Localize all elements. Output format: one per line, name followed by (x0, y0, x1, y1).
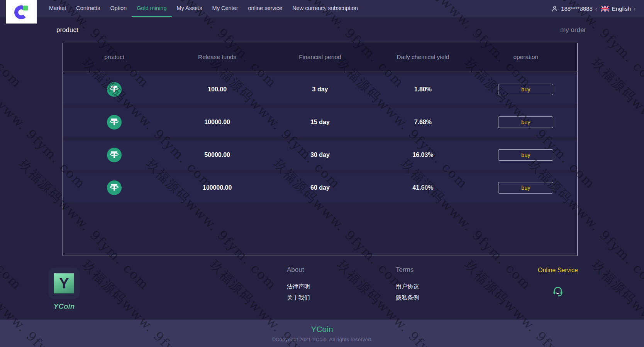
terms-heading: Terms (396, 266, 419, 274)
footer-brand: YCoin (48, 302, 80, 311)
col-release-funds: Release funds (166, 54, 268, 61)
language-selector[interactable]: English ‹ (601, 5, 636, 12)
user-phone: 188****8888 (561, 5, 593, 12)
link-about-us[interactable]: 关于我们 (287, 294, 310, 302)
app: Market Contracts Option Gold mining My A… (0, 0, 644, 347)
nav-right: 188****8888 ‹ English ‹ (551, 0, 636, 17)
tab-my-order[interactable]: my order (560, 26, 586, 34)
financial-period-value: 3 day (312, 86, 328, 93)
table-row: 100000.00 60 day 41.60% buy (63, 173, 577, 202)
user-icon (551, 5, 558, 12)
buy-button[interactable]: buy (498, 116, 553, 128)
site-logo[interactable] (6, 0, 37, 24)
link-privacy-policy[interactable]: 隐私条例 (396, 294, 419, 302)
product-table: product Release funds Financial period D… (63, 43, 578, 256)
release-funds-value: 100000.00 (203, 184, 232, 191)
footer-terms-column: Terms 用户协议 隐私条例 (396, 266, 419, 305)
col-operation: operation (475, 54, 577, 61)
col-daily-yield: Daily chemical yield (371, 54, 474, 61)
daily-yield-value: 41.60% (412, 184, 433, 191)
buy-button[interactable]: buy (498, 84, 553, 95)
uk-flag-icon (601, 6, 609, 12)
tab-product[interactable]: product (56, 26, 78, 34)
ycoin-logo-icon: Y (54, 273, 74, 293)
financial-period-value: 60 day (310, 184, 330, 191)
table-row: 50000.00 30 day 16.03% buy (63, 140, 577, 170)
usdt-icon (107, 148, 122, 162)
user-account-menu[interactable]: 188****8888 ‹ (551, 5, 597, 12)
release-funds-value: 10000.00 (204, 119, 230, 126)
language-label: English (612, 5, 631, 12)
usdt-icon (107, 115, 122, 130)
page-head: product my order (0, 17, 644, 43)
financial-period-value: 15 day (310, 119, 330, 126)
brand-c-icon (13, 3, 30, 20)
daily-yield-value: 1.80% (414, 86, 432, 93)
col-product: product (63, 54, 166, 61)
footer-logo: Y (48, 268, 80, 299)
release-funds-value: 50000.00 (204, 152, 230, 158)
chevron-icon: ‹ (595, 5, 597, 12)
top-nav: Market Contracts Option Gold mining My A… (0, 0, 644, 17)
bottom-brand: YCoin (0, 320, 644, 334)
nav-menu: Market Contracts Option Gold mining My A… (44, 0, 363, 17)
release-funds-value: 100.00 (208, 86, 227, 93)
nav-item-option[interactable]: Option (105, 0, 132, 17)
table-row: 10000.00 15 day 7.68% buy (63, 108, 577, 137)
online-service-link[interactable]: Online Service (538, 267, 578, 273)
link-legal-notice[interactable]: 法律声明 (287, 283, 310, 290)
chevron-icon: ‹ (634, 5, 636, 12)
bottom-bar: YCoin ©Copyright 2021 YCoin. All rights … (0, 320, 644, 347)
nav-item-my-center[interactable]: My Center (207, 0, 243, 17)
col-financial-period: Financial period (269, 54, 371, 61)
daily-yield-value: 16.03% (412, 152, 433, 158)
online-service-block: Online Service (537, 267, 578, 274)
link-user-agreement[interactable]: 用户协议 (396, 283, 419, 290)
nav-item-my-assets[interactable]: My Assets (172, 0, 207, 17)
nav-item-new-currency-subscription[interactable]: New currency subscription (287, 0, 363, 17)
buy-button[interactable]: buy (498, 182, 553, 194)
buy-button[interactable]: buy (498, 149, 553, 161)
usdt-icon (107, 82, 122, 97)
table-header: product Release funds Financial period D… (63, 43, 577, 71)
nav-item-contracts[interactable]: Contracts (71, 0, 105, 17)
usdt-icon (107, 180, 122, 195)
table-row: 100.00 3 day 1.80% buy (63, 75, 577, 104)
about-heading: About (287, 266, 310, 274)
nav-item-market[interactable]: Market (44, 0, 71, 17)
headset-icon[interactable] (552, 285, 564, 297)
nav-item-online-service[interactable]: online service (243, 0, 287, 17)
watermark-text: 玖福源码www. 9fym. com (588, 55, 644, 193)
footer-about-column: About 法律声明 关于我们 (287, 266, 310, 305)
financial-period-value: 30 day (310, 152, 330, 158)
watermark-text: 玖福源码www. 9fym. com (0, 156, 25, 294)
copyright-text: ©Copyright 2021 YCoin. All rights reserv… (0, 337, 644, 342)
nav-item-gold-mining[interactable]: Gold mining (132, 0, 171, 17)
daily-yield-value: 7.68% (414, 119, 432, 126)
ycoin-logo-letter: Y (59, 276, 69, 291)
